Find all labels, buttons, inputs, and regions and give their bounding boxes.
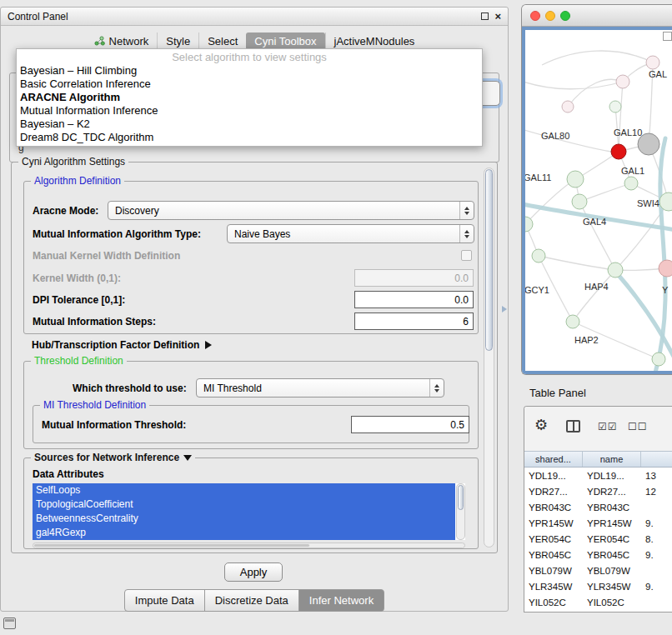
list-item[interactable]: BetweennessCentrality [33, 512, 455, 526]
tab-style[interactable]: Style [157, 32, 198, 50]
scrollbar-thumb[interactable] [485, 169, 493, 351]
scrollbar-thumb[interactable] [34, 544, 309, 547]
table-panel-title: Table Panel [529, 387, 586, 399]
list-item[interactable]: SelfLoops [33, 483, 455, 498]
titlebar-icons: × [481, 11, 501, 22]
tab-network[interactable]: Network [86, 32, 158, 50]
mi-threshold-field[interactable] [351, 416, 469, 433]
node-gal11[interactable] [567, 171, 584, 188]
node-gal10-selected[interactable] [611, 144, 626, 159]
table-row[interactable]: YBR043CYBR043C [524, 499, 672, 515]
tab-select[interactable]: Select [198, 32, 246, 50]
node-label: GAL1 [621, 166, 644, 176]
group-title: Threshold Definition [31, 355, 127, 368]
table-row[interactable]: YBR045CYBR045C9. [524, 547, 672, 562]
node-hap4[interactable] [608, 262, 623, 278]
clear-all-checkboxes-icon[interactable]: ☐☐ [628, 422, 648, 432]
tab-discretize-data[interactable]: Discretize Data [204, 589, 299, 612]
node-label: HAP2 [574, 335, 599, 345]
table-row[interactable]: YDL19...YDL19...13 [524, 468, 672, 483]
aracne-mode-combobox[interactable]: Discovery [108, 201, 474, 220]
bottom-tabbar: Impute Data Discretize Data Infer Networ… [1, 589, 508, 612]
algorithm-option[interactable]: Basic Correlation Inference [17, 78, 482, 91]
network-graph: GAL80 GAL10 GAL11 GAL1 SWI4 GAL4 GCY1 HA… [525, 30, 672, 372]
algorithm-dropdown-popup: Select algorithm to view settings Bayesi… [16, 48, 483, 147]
node[interactable] [652, 352, 665, 366]
node[interactable] [616, 75, 629, 88]
mi-type-combobox[interactable]: Naive Bayes [227, 224, 474, 243]
tab-label: Network [109, 36, 149, 47]
network-canvas[interactable]: GAL80 GAL10 GAL11 GAL1 SWI4 GAL4 GCY1 HA… [522, 27, 672, 374]
node[interactable] [609, 101, 621, 112]
node-pink[interactable] [659, 260, 672, 277]
tab-impute-data[interactable]: Impute Data [124, 589, 205, 612]
node-label: GCY1 [525, 285, 549, 295]
tab-cyni-toolbox[interactable]: Cyni Toolbox [246, 32, 324, 50]
table-row[interactable]: YIL052CYIL052C [524, 594, 672, 610]
algorithm-option[interactable]: Dream8 DC_TDC Algorithm [17, 131, 482, 144]
zoom-traffic-light[interactable] [560, 11, 570, 21]
algorithm-option[interactable]: Bayesian – Hill Climbing [17, 64, 482, 78]
column-header-cut[interactable] [641, 452, 672, 467]
mi-steps-field[interactable] [354, 312, 474, 330]
manual-kernel-checkbox[interactable] [461, 250, 472, 261]
node-gal4[interactable] [572, 194, 587, 209]
table-panel: ⚙ ☑☑ ☐☐ shared... name YDL19...YDL19...1… [524, 406, 672, 612]
list-horizontal-scrollbar[interactable] [33, 542, 465, 548]
settings-scrollbar[interactable] [484, 168, 494, 548]
minimize-traffic-light[interactable] [545, 11, 555, 21]
table-row[interactable]: YLR345WYLR345W9. [524, 578, 672, 594]
node-gcy1[interactable] [532, 249, 545, 262]
gear-icon[interactable]: ⚙ [534, 418, 548, 432]
list-scrollbar[interactable] [456, 483, 465, 540]
sources-collapser[interactable]: Sources for Network Inference [31, 452, 195, 464]
restore-panel-icon[interactable] [3, 618, 16, 629]
column-header-shared[interactable]: shared... [524, 452, 583, 467]
node[interactable] [562, 101, 574, 112]
tab-jactivemnodules[interactable]: jActiveMNodules [325, 32, 424, 50]
table-body: YDL19...YDL19...13 YDR27...YDR27...12 YB… [524, 468, 672, 612]
scrollbar-button-fragment[interactable] [663, 32, 672, 41]
hub-definition-expander[interactable]: Hub/Transcription Factor Definition [32, 339, 212, 351]
table-row[interactable]: YPR145WYPR145W9. [524, 515, 672, 531]
node-gal1[interactable] [624, 177, 638, 190]
node-hap2[interactable] [566, 315, 579, 328]
data-attributes-list: SelfLoops TopologicalCoefficient Between… [33, 483, 465, 540]
table-row[interactable]: YBL079WYBL079W [524, 562, 672, 578]
node-label: Y [662, 285, 669, 295]
algorithm-option-selected[interactable]: ARACNE Algorithm [17, 91, 482, 104]
apply-button[interactable]: Apply [224, 562, 283, 582]
close-traffic-light[interactable] [530, 11, 540, 21]
expander-right-icon [205, 341, 212, 349]
select-all-checkboxes-icon[interactable]: ☑☑ [598, 422, 618, 432]
list-item[interactable]: TopologicalCoefficient [33, 498, 455, 512]
desktop: Control Panel × Network Style Select Cyn… [0, 0, 672, 635]
list-item[interactable]: gal4RGexp [33, 526, 455, 540]
splitter-handle[interactable] [502, 306, 507, 312]
algorithm-option[interactable]: Bayesian – K2 [17, 118, 482, 131]
dpi-tolerance-label: DPI Tolerance [0,1]: [33, 294, 125, 306]
hub-definition-label: Hub/Transcription Factor Definition [32, 339, 199, 351]
table-row[interactable]: YDR27...YDR27...12 [524, 483, 672, 499]
column-header-name[interactable]: name [583, 452, 641, 467]
kernel-width-field[interactable] [354, 269, 474, 287]
tab-infer-network[interactable]: Infer Network [298, 589, 384, 612]
window-title: Control Panel [8, 11, 68, 22]
control-panel-window: Control Panel × Network Style Select Cyn… [0, 7, 509, 612]
which-threshold-combobox[interactable]: MI Threshold [196, 378, 444, 398]
manual-kernel-label: Manual Kernel Width Definition [33, 250, 180, 262]
algorithm-option[interactable]: Mutual Information Inference [17, 104, 482, 118]
dpi-tolerance-field[interactable] [354, 291, 474, 308]
node-label: GAL4 [583, 217, 606, 227]
float-window-icon[interactable] [481, 12, 489, 20]
table-header: shared... name [524, 451, 672, 468]
columns-icon[interactable] [566, 420, 580, 432]
close-icon[interactable]: × [494, 11, 501, 22]
table-row[interactable]: YER054CYER054C8. [524, 531, 672, 547]
network-window-titlebar [522, 5, 672, 27]
scrollbar-thumb[interactable] [458, 485, 464, 510]
threshold-definition-group: Threshold Definition Which threshold to … [23, 361, 479, 449]
node[interactable] [646, 56, 659, 69]
combobox-stepper-icon [459, 225, 474, 242]
node[interactable] [525, 217, 533, 232]
